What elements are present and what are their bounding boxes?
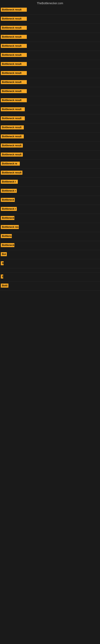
list-item: Bottl xyxy=(0,282,100,290)
items-container: Bottleneck resultBottleneck resultBottle… xyxy=(0,6,100,290)
bottleneck-result-badge[interactable]: Bottleneck result xyxy=(1,8,27,12)
bottleneck-result-badge[interactable]: Bottleneck result xyxy=(1,53,27,57)
list-item: Bottleneck result xyxy=(0,33,100,42)
list-item: Bottleneck result xyxy=(0,123,100,132)
bottleneck-result-badge[interactable]: Bottleneck xyxy=(1,198,15,202)
list-item: Bottleneck result xyxy=(0,51,100,60)
bottleneck-result-badge[interactable]: Bottleneck result xyxy=(1,134,24,138)
bottleneck-result-badge[interactable]: Bottleneck xyxy=(1,216,14,220)
bottleneck-result-badge[interactable]: Bottleneck result xyxy=(1,17,27,21)
list-item: Bottleneck r xyxy=(0,187,100,196)
bottleneck-result-badge[interactable]: Bottleneck result xyxy=(1,35,27,39)
list-item: Bottleneck result xyxy=(0,169,100,178)
list-item: Bottleneck result xyxy=(0,24,100,33)
list-item: Bottleneck result xyxy=(0,78,100,87)
list-item: Bottleneck result xyxy=(0,96,100,105)
list-item: Bottleneck result xyxy=(0,150,100,160)
bottleneck-result-badge[interactable]: Bottleneck result xyxy=(1,89,27,93)
list-item: B xyxy=(0,272,100,282)
bottleneck-result-badge[interactable]: Bottleneck result xyxy=(1,71,27,75)
bottleneck-result-badge[interactable]: Bottleneck result xyxy=(1,152,23,156)
list-item: Bottleneck result xyxy=(0,15,100,24)
list-item: Bottlens xyxy=(0,232,100,241)
bottleneck-result-badge[interactable]: B xyxy=(1,261,3,265)
list-item: Bottleneck result xyxy=(0,60,100,69)
list-item: Bottleneck r xyxy=(0,178,100,187)
list-item: Bottleneck result xyxy=(0,6,100,15)
bottleneck-result-badge[interactable]: Bottleneck r xyxy=(1,189,17,193)
list-item: Bottleneck r xyxy=(0,205,100,214)
list-item: Bottleneck result xyxy=(0,114,100,123)
list-item: Bottleneck res xyxy=(0,223,100,232)
bottleneck-result-badge[interactable]: Bottlens xyxy=(1,234,12,238)
list-item: Bottleneck result xyxy=(0,142,100,150)
list-item: Bot xyxy=(0,250,100,259)
bottleneck-result-badge[interactable]: Bottleneck result xyxy=(1,62,27,66)
bottleneck-result-badge[interactable]: Bottleneck result xyxy=(1,126,24,130)
bottleneck-result-badge[interactable]: Bot xyxy=(1,252,7,256)
bottleneck-result-badge[interactable]: Bottleneck re xyxy=(1,162,20,166)
list-item: Bottleneck xyxy=(0,214,100,223)
list-item: Bottleneck result xyxy=(0,87,100,96)
bottleneck-result-badge[interactable]: Bottleneck result xyxy=(1,26,27,30)
bottleneck-result-badge[interactable]: Bottleneck result xyxy=(1,98,27,102)
list-item: Bottleneck result xyxy=(0,69,100,78)
bottleneck-result-badge[interactable]: Bottleneck res xyxy=(1,225,19,229)
bottleneck-result-badge[interactable]: Bottleneck result xyxy=(1,171,22,175)
bottleneck-result-badge[interactable]: Bottleneck r xyxy=(1,180,18,184)
site-title: TheBottlenecker.com xyxy=(37,2,63,5)
bottleneck-result-badge[interactable]: Bottleneck xyxy=(1,243,14,247)
bottleneck-result-badge[interactable]: Bottleneck result xyxy=(1,107,25,111)
bottleneck-result-badge[interactable]: B xyxy=(1,274,3,278)
bottleneck-result-badge[interactable]: Bottleneck result xyxy=(1,80,27,84)
list-item: Bottleneck xyxy=(0,196,100,205)
bottleneck-result-badge[interactable]: Bottleneck result xyxy=(1,44,27,48)
list-item: Bottleneck result xyxy=(0,132,100,142)
bottleneck-result-badge[interactable]: Bottleneck r xyxy=(1,207,17,211)
list-item: Bottleneck result xyxy=(0,42,100,51)
bottleneck-result-badge[interactable]: Bottleneck result xyxy=(1,144,23,148)
list-item xyxy=(0,268,100,272)
list-item: Bottleneck result xyxy=(0,105,100,114)
site-header: TheBottlenecker.com xyxy=(0,0,100,6)
list-item: B xyxy=(0,259,100,268)
bottleneck-result-badge[interactable]: Bottl xyxy=(1,284,8,288)
list-item: Bottleneck xyxy=(0,241,100,250)
bottleneck-result-badge[interactable]: Bottleneck result xyxy=(1,116,25,120)
list-item: Bottleneck re xyxy=(0,160,100,169)
